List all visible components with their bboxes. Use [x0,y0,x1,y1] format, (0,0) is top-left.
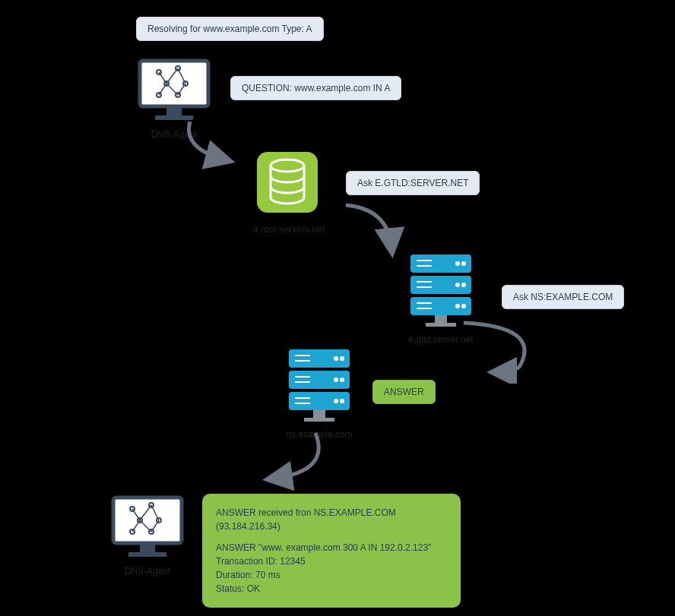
dns-agent-bottom [109,494,185,565]
svg-rect-50 [304,418,334,422]
svg-rect-32 [435,315,447,323]
bubble-resolving: Resolving for www.example.com Type: A [136,17,324,41]
label-ns: ns.example.com [274,429,365,440]
svg-rect-51 [113,498,182,543]
server-icon [403,251,479,334]
svg-point-28 [455,283,460,287]
svg-point-26 [455,261,460,266]
svg-rect-1 [166,106,182,115]
bubble-answer-text: ANSWER [384,387,424,397]
svg-rect-2 [155,115,193,120]
label-agent-top: DNS-Agent [128,129,220,140]
bubble-ask-gtld: Ask E.GTLD:SERVER.NET [346,171,480,195]
root-server [249,144,325,223]
label-root: a.root-servers.net [243,224,334,235]
answer-line2: ANSWER "www. example.com 300 A IN 192.0.… [216,541,447,554]
answer-line4: Duration: 70 ms [216,568,447,582]
monitor-icon [136,57,212,125]
svg-rect-52 [140,543,155,552]
label-gtld: e.gltd.server.net [395,334,486,345]
bubble-question-text: QUESTION: www.example.com IN A [242,83,390,93]
svg-point-48 [340,399,344,403]
bubble-answer: ANSWER [372,380,436,404]
bubble-ask-gtld-text: Ask E.GTLD:SERVER.NET [357,178,468,188]
svg-point-27 [461,261,466,266]
bubble-ask-ns: Ask NS:EXAMPLE.COM [502,285,624,309]
svg-point-29 [461,283,466,287]
svg-point-44 [340,356,344,361]
svg-point-31 [461,304,466,308]
gtld-server [403,251,479,337]
bubble-resolving-text: Resolving for www.example.com Type: A [147,24,312,34]
svg-point-30 [455,304,460,308]
ns-server [281,346,357,432]
svg-point-43 [334,356,338,361]
answer-line3: Transaction ID: 12345 [216,554,447,568]
svg-point-47 [334,399,338,403]
monitor-icon [109,494,185,562]
svg-point-46 [340,377,344,382]
answer-box: ANSWER received fron NS.EXAMPLE.COM (93.… [202,494,461,608]
svg-rect-33 [426,323,456,327]
label-agent-bottom: DNS-Agent [102,566,193,577]
server-icon [281,346,357,429]
database-icon [249,144,325,220]
svg-rect-49 [313,410,325,418]
bubble-ask-ns-text: Ask NS:EXAMPLE.COM [513,292,613,302]
svg-rect-53 [128,552,166,557]
dns-agent-top [136,57,212,128]
svg-point-45 [334,377,338,382]
answer-line1: ANSWER received fron NS.EXAMPLE.COM (93.… [216,506,447,533]
answer-line5: Status: OK [216,582,447,595]
svg-rect-0 [140,61,208,106]
bubble-question: QUESTION: www.example.com IN A [230,76,401,100]
